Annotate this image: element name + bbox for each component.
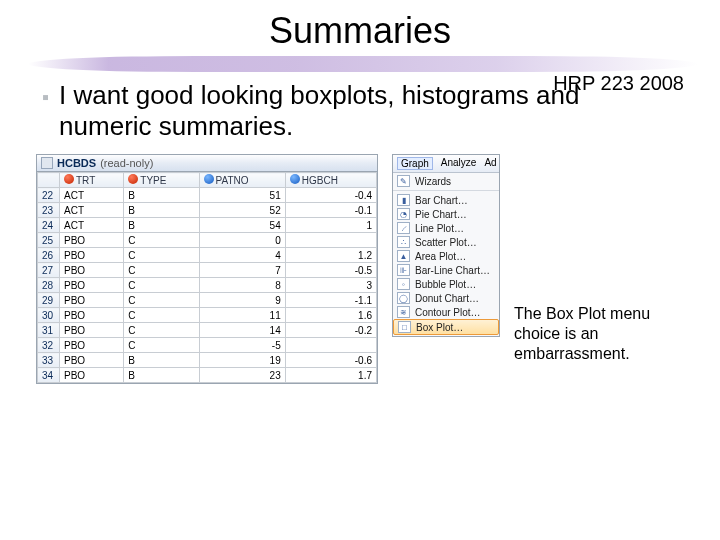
cell[interactable]: C bbox=[124, 263, 199, 278]
table-row[interactable]: 29PBOC9-1.1 bbox=[38, 293, 377, 308]
bullet-marker: ▪ bbox=[42, 80, 49, 114]
cell[interactable]: 3 bbox=[285, 278, 376, 293]
cell[interactable]: C bbox=[124, 338, 199, 353]
numeric-icon bbox=[290, 174, 300, 184]
cell[interactable]: PBO bbox=[60, 323, 124, 338]
table-row[interactable]: 28PBOC83 bbox=[38, 278, 377, 293]
cell[interactable]: -0.6 bbox=[285, 353, 376, 368]
cell[interactable]: C bbox=[124, 293, 199, 308]
column-header[interactable]: TRT bbox=[60, 173, 124, 188]
row-number: 22 bbox=[38, 188, 60, 203]
row-number: 23 bbox=[38, 203, 60, 218]
cell[interactable]: -5 bbox=[199, 338, 285, 353]
cell[interactable]: ACT bbox=[60, 188, 124, 203]
table-row[interactable]: 27PBOC7-0.5 bbox=[38, 263, 377, 278]
cell[interactable]: -0.1 bbox=[285, 203, 376, 218]
menu-item-label: Bubble Plot… bbox=[415, 279, 476, 290]
cell[interactable]: B bbox=[124, 353, 199, 368]
cell[interactable]: 11 bbox=[199, 308, 285, 323]
row-number: 32 bbox=[38, 338, 60, 353]
menu-item-label: Bar Chart… bbox=[415, 195, 468, 206]
cell[interactable]: ACT bbox=[60, 203, 124, 218]
menu-item[interactable]: ⟋Line Plot… bbox=[393, 221, 499, 235]
table-row[interactable]: 32PBOC-5 bbox=[38, 338, 377, 353]
row-number: 29 bbox=[38, 293, 60, 308]
cell[interactable]: ACT bbox=[60, 218, 124, 233]
cell[interactable]: 14 bbox=[199, 323, 285, 338]
menu-item[interactable]: ◔Pie Chart… bbox=[393, 207, 499, 221]
cell[interactable]: 9 bbox=[199, 293, 285, 308]
chart-type-icon: ◦ bbox=[397, 278, 410, 290]
menubar-item[interactable]: Analyze bbox=[441, 157, 477, 170]
cell[interactable]: 19 bbox=[199, 353, 285, 368]
cell[interactable]: PBO bbox=[60, 248, 124, 263]
cell[interactable]: 1.2 bbox=[285, 248, 376, 263]
menu-item[interactable]: ∴Scatter Plot… bbox=[393, 235, 499, 249]
cell[interactable]: 0 bbox=[199, 233, 285, 248]
cell[interactable]: B bbox=[124, 188, 199, 203]
cell[interactable]: 52 bbox=[199, 203, 285, 218]
menubar-item[interactable]: Ad bbox=[484, 157, 496, 170]
cell[interactable]: 1.6 bbox=[285, 308, 376, 323]
cell[interactable]: 51 bbox=[199, 188, 285, 203]
column-header[interactable]: HGBCH bbox=[285, 173, 376, 188]
cell[interactable] bbox=[285, 233, 376, 248]
cell[interactable]: PBO bbox=[60, 293, 124, 308]
menu-item[interactable]: ▲Area Plot… bbox=[393, 249, 499, 263]
cell[interactable]: -1.1 bbox=[285, 293, 376, 308]
cell[interactable]: 54 bbox=[199, 218, 285, 233]
menu-item[interactable]: ⊪Bar-Line Chart… bbox=[393, 263, 499, 277]
row-number: 34 bbox=[38, 368, 60, 383]
table-row[interactable]: 30PBOC111.6 bbox=[38, 308, 377, 323]
dataset-mode: (read-noly) bbox=[100, 157, 153, 169]
cell[interactable]: B bbox=[124, 218, 199, 233]
table-row[interactable]: 31PBOC14-0.2 bbox=[38, 323, 377, 338]
cell[interactable] bbox=[285, 338, 376, 353]
cell[interactable]: B bbox=[124, 368, 199, 383]
cell[interactable]: B bbox=[124, 203, 199, 218]
menu-item[interactable]: ◦Bubble Plot… bbox=[393, 277, 499, 291]
table-row[interactable]: 26PBOC41.2 bbox=[38, 248, 377, 263]
table-row[interactable]: 25PBOC0 bbox=[38, 233, 377, 248]
menu-item[interactable]: ▮Bar Chart… bbox=[393, 193, 499, 207]
cell[interactable]: PBO bbox=[60, 338, 124, 353]
cell[interactable]: 23 bbox=[199, 368, 285, 383]
table-row[interactable]: 22ACTB51-0.4 bbox=[38, 188, 377, 203]
cell[interactable]: C bbox=[124, 248, 199, 263]
cell[interactable]: 1 bbox=[285, 218, 376, 233]
cell[interactable]: PBO bbox=[60, 278, 124, 293]
cell[interactable]: C bbox=[124, 233, 199, 248]
table-row[interactable]: 24ACTB541 bbox=[38, 218, 377, 233]
column-header[interactable]: TYPE bbox=[124, 173, 199, 188]
cell[interactable]: -0.4 bbox=[285, 188, 376, 203]
cell[interactable]: 4 bbox=[199, 248, 285, 263]
cell[interactable]: 7 bbox=[199, 263, 285, 278]
menu-item[interactable]: ≋Contour Plot… bbox=[393, 305, 499, 319]
cell[interactable]: PBO bbox=[60, 308, 124, 323]
chart-type-icon: ≋ bbox=[397, 306, 410, 318]
menu-item-label: Area Plot… bbox=[415, 251, 466, 262]
cell[interactable]: C bbox=[124, 323, 199, 338]
cell[interactable]: PBO bbox=[60, 368, 124, 383]
cell[interactable]: -0.2 bbox=[285, 323, 376, 338]
cell[interactable]: PBO bbox=[60, 263, 124, 278]
column-header[interactable]: PATNO bbox=[199, 173, 285, 188]
menu-item-label: Pie Chart… bbox=[415, 209, 467, 220]
cell[interactable]: -0.5 bbox=[285, 263, 376, 278]
menu-item[interactable]: □Box Plot… bbox=[393, 319, 499, 335]
cell[interactable]: C bbox=[124, 278, 199, 293]
row-number: 25 bbox=[38, 233, 60, 248]
chart-type-icon: ⟋ bbox=[397, 222, 410, 234]
menu-item[interactable]: ◯Donut Chart… bbox=[393, 291, 499, 305]
table-row[interactable]: 33PBOB19-0.6 bbox=[38, 353, 377, 368]
cell[interactable]: 8 bbox=[199, 278, 285, 293]
cell[interactable]: PBO bbox=[60, 353, 124, 368]
cell[interactable]: 1.7 bbox=[285, 368, 376, 383]
menubar-item[interactable]: Graph bbox=[397, 157, 433, 170]
numeric-icon bbox=[204, 174, 214, 184]
cell[interactable]: PBO bbox=[60, 233, 124, 248]
cell[interactable]: C bbox=[124, 308, 199, 323]
table-row[interactable]: 34PBOB231.7 bbox=[38, 368, 377, 383]
table-row[interactable]: 23ACTB52-0.1 bbox=[38, 203, 377, 218]
menu-bar: GraphAnalyzeAd bbox=[393, 155, 499, 173]
